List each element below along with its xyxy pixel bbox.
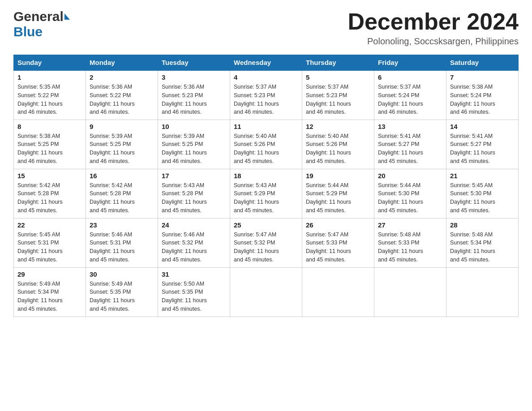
day-info: Sunrise: 5:48 AMSunset: 5:33 PMDaylight:…: [378, 231, 442, 264]
day-number: 23: [90, 221, 154, 229]
day-info: Sunrise: 5:41 AMSunset: 5:27 PMDaylight:…: [450, 132, 515, 166]
day-number: 8: [17, 123, 82, 130]
calendar-day-cell: 16Sunrise: 5:42 AMSunset: 5:28 PMDayligh…: [86, 169, 158, 218]
day-number: 26: [306, 221, 370, 229]
day-info: Sunrise: 5:45 AMSunset: 5:30 PMDaylight:…: [450, 181, 515, 215]
day-number: 29: [17, 270, 82, 278]
calendar-header-row: SundayMondayTuesdayWednesdayThursdayFrid…: [14, 55, 519, 71]
day-info: Sunrise: 5:38 AMSunset: 5:24 PMDaylight:…: [450, 83, 515, 116]
calendar-day-cell: 30Sunrise: 5:49 AMSunset: 5:35 PMDayligh…: [86, 267, 158, 317]
calendar-day-cell: 10Sunrise: 5:39 AMSunset: 5:25 PMDayligh…: [158, 120, 230, 169]
calendar-day-cell: 14Sunrise: 5:41 AMSunset: 5:27 PMDayligh…: [446, 120, 519, 169]
day-number: 3: [162, 73, 226, 81]
day-number: 19: [306, 172, 370, 180]
calendar-subtitle: Polonoling, Soccsksargen, Philippines: [348, 36, 519, 47]
day-number: 30: [90, 270, 154, 278]
day-number: 27: [378, 221, 442, 229]
day-number: 14: [450, 123, 515, 130]
calendar-day-cell: 4Sunrise: 5:37 AMSunset: 5:23 PMDaylight…: [230, 70, 302, 120]
day-info: Sunrise: 5:44 AMSunset: 5:30 PMDaylight:…: [378, 181, 442, 215]
day-number: 11: [234, 123, 298, 130]
calendar-week-row: 8Sunrise: 5:38 AMSunset: 5:25 PMDaylight…: [14, 120, 519, 169]
calendar-day-cell: 31Sunrise: 5:50 AMSunset: 5:35 PMDayligh…: [158, 267, 230, 317]
day-number: 4: [234, 73, 298, 81]
calendar-day-cell: [302, 267, 374, 317]
day-of-week-header: Saturday: [446, 55, 519, 71]
calendar-day-cell: 24Sunrise: 5:46 AMSunset: 5:32 PMDayligh…: [158, 218, 230, 267]
day-of-week-header: Monday: [86, 55, 158, 71]
calendar-day-cell: 1Sunrise: 5:35 AMSunset: 5:22 PMDaylight…: [14, 70, 86, 120]
calendar-day-cell: 11Sunrise: 5:40 AMSunset: 5:26 PMDayligh…: [230, 120, 302, 169]
calendar-day-cell: 7Sunrise: 5:38 AMSunset: 5:24 PMDaylight…: [446, 70, 519, 120]
day-number: 1: [17, 73, 82, 81]
day-info: Sunrise: 5:35 AMSunset: 5:22 PMDaylight:…: [17, 83, 82, 116]
calendar-day-cell: 5Sunrise: 5:37 AMSunset: 5:23 PMDaylight…: [302, 70, 374, 120]
calendar-day-cell: [230, 267, 302, 317]
day-info: Sunrise: 5:46 AMSunset: 5:32 PMDaylight:…: [162, 231, 226, 264]
day-number: 31: [162, 270, 226, 278]
calendar-day-cell: 8Sunrise: 5:38 AMSunset: 5:25 PMDaylight…: [14, 120, 86, 169]
day-number: 21: [450, 172, 515, 180]
logo-blue-text: Blue: [13, 24, 43, 39]
day-of-week-header: Sunday: [14, 55, 86, 71]
day-number: 18: [234, 172, 298, 180]
calendar-day-cell: [446, 267, 519, 317]
day-info: Sunrise: 5:40 AMSunset: 5:26 PMDaylight:…: [234, 132, 298, 166]
calendar-day-cell: 9Sunrise: 5:39 AMSunset: 5:25 PMDaylight…: [86, 120, 158, 169]
day-number: 7: [450, 73, 515, 81]
calendar-day-cell: 25Sunrise: 5:47 AMSunset: 5:32 PMDayligh…: [230, 218, 302, 267]
calendar-day-cell: 15Sunrise: 5:42 AMSunset: 5:28 PMDayligh…: [14, 169, 86, 218]
day-of-week-header: Tuesday: [158, 55, 230, 71]
day-info: Sunrise: 5:41 AMSunset: 5:27 PMDaylight:…: [378, 132, 442, 166]
day-info: Sunrise: 5:44 AMSunset: 5:29 PMDaylight:…: [306, 181, 370, 215]
title-section: December 2024 Polonoling, Soccsksargen, …: [348, 9, 519, 47]
day-info: Sunrise: 5:42 AMSunset: 5:28 PMDaylight:…: [90, 181, 154, 215]
day-number: 15: [17, 172, 82, 180]
calendar-day-cell: 3Sunrise: 5:36 AMSunset: 5:23 PMDaylight…: [158, 70, 230, 120]
calendar-day-cell: 19Sunrise: 5:44 AMSunset: 5:29 PMDayligh…: [302, 169, 374, 218]
day-info: Sunrise: 5:49 AMSunset: 5:34 PMDaylight:…: [17, 280, 82, 313]
day-number: 5: [306, 73, 370, 81]
day-info: Sunrise: 5:42 AMSunset: 5:28 PMDaylight:…: [17, 181, 82, 215]
day-info: Sunrise: 5:39 AMSunset: 5:25 PMDaylight:…: [90, 132, 154, 166]
calendar-day-cell: [374, 267, 446, 317]
calendar-day-cell: 13Sunrise: 5:41 AMSunset: 5:27 PMDayligh…: [374, 120, 446, 169]
day-number: 6: [378, 73, 442, 81]
calendar-day-cell: 6Sunrise: 5:37 AMSunset: 5:24 PMDaylight…: [374, 70, 446, 120]
day-info: Sunrise: 5:43 AMSunset: 5:29 PMDaylight:…: [234, 181, 298, 215]
day-info: Sunrise: 5:37 AMSunset: 5:24 PMDaylight:…: [378, 83, 442, 116]
day-number: 24: [162, 221, 226, 229]
logo: General Blue: [13, 9, 70, 39]
calendar-day-cell: 23Sunrise: 5:46 AMSunset: 5:31 PMDayligh…: [86, 218, 158, 267]
day-info: Sunrise: 5:45 AMSunset: 5:31 PMDaylight:…: [17, 231, 82, 264]
day-info: Sunrise: 5:37 AMSunset: 5:23 PMDaylight:…: [306, 83, 370, 116]
day-info: Sunrise: 5:49 AMSunset: 5:35 PMDaylight:…: [90, 280, 154, 313]
calendar-week-row: 1Sunrise: 5:35 AMSunset: 5:22 PMDaylight…: [14, 70, 519, 120]
day-info: Sunrise: 5:43 AMSunset: 5:28 PMDaylight:…: [162, 181, 226, 215]
day-number: 16: [90, 172, 154, 180]
calendar-title: December 2024: [348, 9, 519, 34]
logo-arrow-icon: [64, 13, 70, 20]
day-info: Sunrise: 5:50 AMSunset: 5:35 PMDaylight:…: [162, 280, 226, 313]
day-number: 28: [450, 221, 515, 229]
day-info: Sunrise: 5:47 AMSunset: 5:33 PMDaylight:…: [306, 231, 370, 264]
page-header: General Blue December 2024 Polonoling, S…: [13, 9, 519, 47]
logo-general-text: General: [13, 9, 64, 24]
day-info: Sunrise: 5:36 AMSunset: 5:22 PMDaylight:…: [90, 83, 154, 116]
day-info: Sunrise: 5:37 AMSunset: 5:23 PMDaylight:…: [234, 83, 298, 116]
calendar-day-cell: 27Sunrise: 5:48 AMSunset: 5:33 PMDayligh…: [374, 218, 446, 267]
calendar-day-cell: 26Sunrise: 5:47 AMSunset: 5:33 PMDayligh…: [302, 218, 374, 267]
calendar-week-row: 22Sunrise: 5:45 AMSunset: 5:31 PMDayligh…: [14, 218, 519, 267]
calendar-table: SundayMondayTuesdayWednesdayThursdayFrid…: [13, 55, 519, 317]
day-info: Sunrise: 5:46 AMSunset: 5:31 PMDaylight:…: [90, 231, 154, 264]
calendar-day-cell: 28Sunrise: 5:48 AMSunset: 5:34 PMDayligh…: [446, 218, 519, 267]
day-of-week-header: Thursday: [302, 55, 374, 71]
day-info: Sunrise: 5:40 AMSunset: 5:26 PMDaylight:…: [306, 132, 370, 166]
day-info: Sunrise: 5:39 AMSunset: 5:25 PMDaylight:…: [162, 132, 226, 166]
day-number: 9: [90, 123, 154, 130]
day-info: Sunrise: 5:48 AMSunset: 5:34 PMDaylight:…: [450, 231, 515, 264]
calendar-week-row: 29Sunrise: 5:49 AMSunset: 5:34 PMDayligh…: [14, 267, 519, 317]
calendar-day-cell: 29Sunrise: 5:49 AMSunset: 5:34 PMDayligh…: [14, 267, 86, 317]
day-number: 22: [17, 221, 82, 229]
calendar-day-cell: 12Sunrise: 5:40 AMSunset: 5:26 PMDayligh…: [302, 120, 374, 169]
